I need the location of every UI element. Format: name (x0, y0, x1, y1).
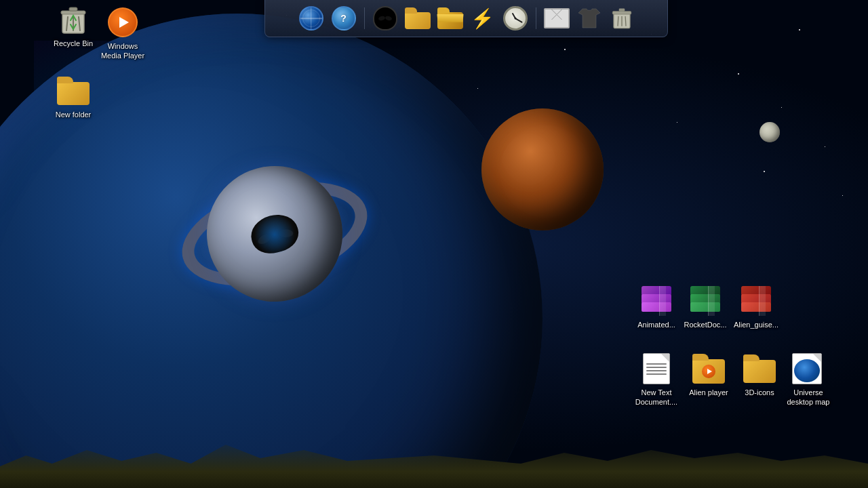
recycle-bin-image (57, 3, 90, 36)
taskbar-trash[interactable] (608, 4, 636, 33)
recycle-bin-icon[interactable]: Recycle Bin (46, 3, 100, 48)
wmp-label: Windows Media Player (97, 41, 149, 61)
animated-label: Animated... (637, 320, 675, 329)
recycle-bin-label: Recycle Bin (54, 39, 93, 48)
universe-map-image (792, 352, 825, 385)
universe-map-icon[interactable]: Universe desktop map (781, 352, 835, 407)
wmp-image (106, 6, 139, 39)
star-icon-img: ⚡ (471, 7, 494, 30)
rocket-doc-label: RocketDoc... (684, 320, 727, 329)
taskbar-star[interactable]: ⚡ (469, 4, 497, 33)
wmp-icon-circle (108, 7, 138, 37)
universe-map-label: Universe desktop map (783, 388, 834, 407)
3d-icons-image (743, 352, 776, 385)
new-folder-icon[interactable]: New folder (46, 75, 100, 119)
animated-image (640, 285, 673, 317)
svg-line-11 (625, 16, 626, 26)
new-text-doc-image (640, 352, 673, 385)
3d-icons-icon[interactable]: 3D-icons (732, 352, 787, 397)
clock-icon-img (503, 6, 528, 30)
taskbar-clock[interactable] (501, 4, 530, 33)
animated-icon[interactable]: Animated... (629, 285, 684, 329)
alien-guise-label: Alien_guise... (734, 320, 778, 329)
svg-rect-7 (612, 12, 631, 14)
svg-rect-1 (61, 11, 85, 14)
alien-player-icon[interactable]: Alien player (682, 352, 736, 397)
rocket-doc-image (689, 285, 722, 317)
taskbar-alien[interactable] (371, 4, 399, 33)
new-text-doc-label: New Text Document.... (631, 388, 682, 407)
text-doc-visual (643, 353, 670, 384)
taskbar-mail[interactable] (542, 4, 571, 33)
svg-rect-2 (69, 7, 77, 11)
taskbar: ? ⚡ (264, 0, 668, 37)
new-folder-label: New folder (56, 110, 92, 119)
taskbar-divider-2 (536, 7, 536, 29)
new-text-doc-icon[interactable]: New Text Document.... (629, 352, 684, 407)
taskbar-folder-open[interactable] (436, 4, 465, 33)
alien-guise-image (740, 285, 772, 317)
taskbar-network[interactable]: ? (330, 4, 358, 33)
taskbar-folder[interactable] (403, 4, 432, 33)
taskbar-divider-1 (364, 7, 365, 29)
taskbar-tshirt[interactable] (575, 4, 604, 33)
alien-player-label: Alien player (689, 388, 728, 397)
desktop: Recycle Bin Windows Media Player New fol… (0, 0, 868, 488)
alien-guise-icon[interactable]: Alien_guise... (729, 285, 783, 329)
wmp-play-button (119, 17, 129, 28)
svg-line-9 (618, 16, 618, 26)
alien-player-image (692, 352, 725, 385)
windows-media-player-icon[interactable]: Windows Media Player (96, 6, 150, 61)
taskbar-globe[interactable] (297, 4, 326, 33)
text-doc-lines (646, 363, 667, 377)
svg-rect-8 (618, 8, 625, 11)
new-folder-image (57, 75, 90, 107)
rocket-doc-icon[interactable]: RocketDoc... (678, 285, 732, 329)
3d-icons-label: 3D-icons (745, 388, 774, 397)
